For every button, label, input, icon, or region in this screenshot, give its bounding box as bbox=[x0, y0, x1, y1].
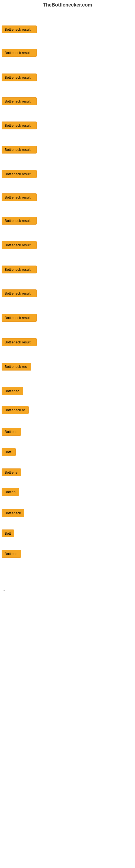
bottleneck-badge-1[interactable]: Bottleneck result bbox=[2, 26, 37, 33]
bottleneck-row-16: Bottlenec bbox=[0, 386, 25, 397]
bottleneck-badge-17[interactable]: Bottleneck re bbox=[2, 406, 29, 414]
bottleneck-badge-16[interactable]: Bottlenec bbox=[2, 387, 23, 395]
bottleneck-row-21: Bottlen bbox=[0, 487, 20, 498]
bottleneck-row-22: Bottleneck bbox=[0, 508, 26, 519]
bottleneck-badge-10[interactable]: Bottleneck result bbox=[2, 241, 37, 249]
bottleneck-row-12: Bottleneck result bbox=[0, 288, 38, 300]
bottleneck-row-3: Bottleneck result bbox=[0, 72, 38, 84]
bottleneck-badge-11[interactable]: Bottleneck result bbox=[2, 266, 37, 273]
bottleneck-row-9: Bottleneck result bbox=[0, 216, 38, 227]
bottleneck-row-13: Bottleneck result bbox=[0, 313, 38, 324]
bottleneck-badge-7[interactable]: Bottleneck result bbox=[2, 170, 37, 178]
bottleneck-badge-23[interactable]: Bott bbox=[2, 529, 14, 537]
bottleneck-row-23: Bott bbox=[0, 528, 16, 539]
bottleneck-row-4: Bottleneck result bbox=[0, 96, 38, 107]
bottleneck-badge-5[interactable]: Bottleneck result bbox=[2, 122, 37, 129]
bottleneck-badge-19[interactable]: Bottl bbox=[2, 448, 16, 456]
footer-section: ... bbox=[0, 587, 135, 592]
bottleneck-badge-14[interactable]: Bottleneck result bbox=[2, 338, 37, 346]
bottleneck-row-17: Bottleneck re bbox=[0, 405, 30, 416]
bottleneck-badge-22[interactable]: Bottleneck bbox=[2, 509, 24, 517]
bottleneck-row-15: Bottleneck res bbox=[0, 362, 33, 373]
bottleneck-row-2: Bottleneck result bbox=[0, 48, 38, 59]
bottleneck-badge-20[interactable]: Bottlene bbox=[2, 468, 21, 476]
bottleneck-row-5: Bottleneck result bbox=[0, 120, 38, 131]
bottleneck-row-6: Bottleneck result bbox=[0, 145, 38, 156]
bottleneck-badge-13[interactable]: Bottleneck result bbox=[2, 314, 37, 322]
bottleneck-badge-21[interactable]: Bottlen bbox=[2, 488, 19, 496]
bottleneck-row-8: Bottleneck result bbox=[0, 192, 38, 204]
bottleneck-row-24: Bottlene bbox=[0, 549, 23, 560]
bottleneck-badge-9[interactable]: Bottleneck result bbox=[2, 217, 37, 225]
bottleneck-badge-12[interactable]: Bottleneck result bbox=[2, 289, 37, 297]
bottleneck-badge-3[interactable]: Bottleneck result bbox=[2, 73, 37, 82]
bottleneck-row-14: Bottleneck result bbox=[0, 337, 38, 348]
bottleneck-badge-15[interactable]: Bottleneck res bbox=[2, 363, 31, 371]
bottleneck-badge-8[interactable]: Bottleneck result bbox=[2, 193, 37, 201]
bottleneck-row-18: Bottlene bbox=[0, 427, 23, 438]
bottleneck-row-19: Bottl bbox=[0, 447, 17, 458]
bottleneck-badge-4[interactable]: Bottleneck result bbox=[2, 97, 37, 105]
bottleneck-row-20: Bottlene bbox=[0, 467, 23, 478]
bottleneck-badge-24[interactable]: Bottlene bbox=[2, 550, 21, 558]
bottleneck-badge-18[interactable]: Bottlene bbox=[2, 428, 21, 436]
bottleneck-badge-2[interactable]: Bottleneck result bbox=[2, 49, 37, 57]
site-title: TheBottlenecker.com bbox=[0, 0, 135, 9]
bottleneck-row-11: Bottleneck result bbox=[0, 265, 38, 276]
bottleneck-row-1: Bottleneck result bbox=[0, 24, 38, 35]
bottleneck-row-7: Bottleneck result bbox=[0, 169, 38, 180]
bottleneck-row-10: Bottleneck result bbox=[0, 240, 38, 251]
bottleneck-badge-6[interactable]: Bottleneck result bbox=[2, 146, 37, 154]
footer-text: ... bbox=[2, 588, 6, 592]
